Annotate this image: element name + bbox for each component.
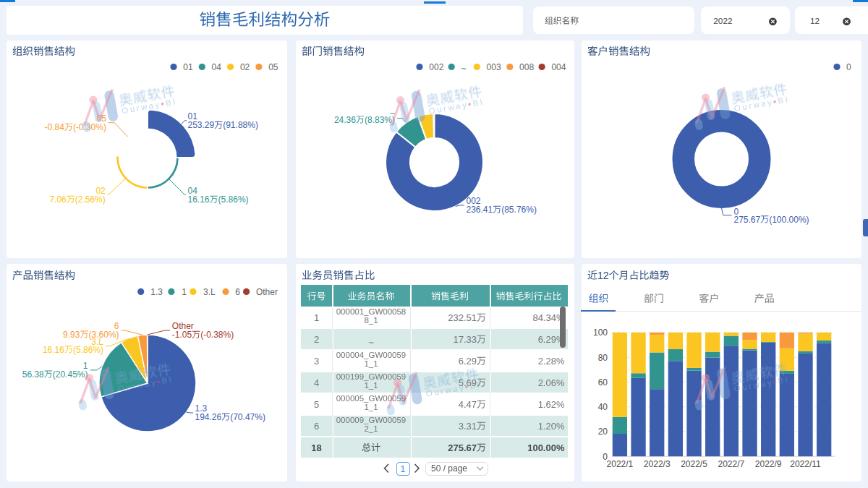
- svg-text:2_1: 2_1: [364, 424, 378, 433]
- svg-text:(70.47%): (70.47%): [230, 412, 265, 422]
- svg-text:6.29: 6.29: [459, 356, 477, 367]
- svg-text:2022/3: 2022/3: [644, 459, 671, 469]
- svg-text:8_1: 8_1: [364, 316, 378, 325]
- svg-text:16.16: 16.16: [188, 194, 210, 205]
- svg-text:40: 40: [598, 402, 608, 412]
- svg-text:05: 05: [268, 62, 278, 72]
- svg-text:1.3: 1.3: [150, 287, 163, 297]
- svg-text:004: 004: [551, 62, 566, 72]
- svg-text:2022: 2022: [713, 16, 732, 26]
- svg-text:6: 6: [314, 421, 319, 432]
- svg-text:17.33: 17.33: [453, 334, 477, 345]
- svg-text:(-0.38%): (-0.38%): [200, 330, 234, 340]
- svg-text:9.93: 9.93: [63, 330, 80, 340]
- svg-text:50 / page: 50 / page: [431, 463, 467, 474]
- svg-text:5.69: 5.69: [459, 377, 477, 388]
- svg-text:(91.88%): (91.88%): [223, 120, 258, 130]
- svg-text:7.06: 7.06: [49, 194, 67, 205]
- svg-text:2022/1: 2022/1: [607, 459, 634, 469]
- svg-text:000004_GW00059: 000004_GW00059: [336, 351, 407, 359]
- svg-text:2: 2: [314, 334, 319, 345]
- svg-text:6: 6: [235, 287, 240, 297]
- svg-text:100.00%: 100.00%: [527, 442, 565, 453]
- svg-text:008: 008: [519, 62, 534, 72]
- svg-text:Other: Other: [256, 287, 278, 297]
- svg-text:2.06%: 2.06%: [538, 377, 565, 388]
- svg-text:1: 1: [314, 312, 319, 323]
- svg-text:1_1: 1_1: [364, 403, 378, 411]
- svg-text:194.26: 194.26: [195, 412, 222, 422]
- svg-text:1: 1: [401, 464, 406, 474]
- svg-text:18: 18: [311, 442, 321, 453]
- svg-text:100: 100: [593, 328, 608, 338]
- svg-text:4: 4: [314, 377, 319, 388]
- svg-text:(20.45%): (20.45%): [53, 369, 88, 380]
- svg-text:002: 002: [429, 62, 443, 72]
- svg-text:12: 12: [597, 270, 609, 281]
- svg-text:BI: BI: [165, 97, 178, 108]
- svg-text:BI: BI: [472, 97, 485, 108]
- svg-text:1_1: 1_1: [364, 381, 378, 390]
- svg-text:5: 5: [314, 399, 319, 410]
- svg-text:~: ~: [368, 337, 374, 348]
- svg-text:000009_GW00059: 000009_GW00059: [336, 416, 407, 424]
- svg-text:2.28%: 2.28%: [538, 356, 565, 367]
- svg-text:12: 12: [810, 16, 820, 26]
- svg-text:(5.86%): (5.86%): [218, 194, 249, 205]
- svg-text:~: ~: [461, 64, 467, 74]
- svg-text:253.29: 253.29: [188, 120, 215, 130]
- svg-text:60: 60: [598, 377, 608, 388]
- svg-text:232.51: 232.51: [448, 312, 477, 323]
- svg-text:80: 80: [598, 353, 608, 363]
- svg-text:000001_GW00058: 000001_GW00058: [336, 307, 407, 316]
- svg-text:(85.76%): (85.76%): [501, 205, 537, 215]
- svg-text:3: 3: [314, 356, 319, 367]
- svg-text:1: 1: [182, 287, 187, 297]
- svg-text:-1.05: -1.05: [172, 330, 192, 340]
- svg-text:(5.86%): (5.86%): [73, 345, 103, 355]
- svg-text:236.41: 236.41: [467, 205, 493, 215]
- svg-text:4.47: 4.47: [459, 399, 477, 410]
- svg-text:3.31: 3.31: [459, 421, 477, 432]
- svg-text:BI: BI: [777, 95, 790, 106]
- svg-text:1_1: 1_1: [364, 359, 378, 368]
- svg-text:04: 04: [212, 62, 222, 72]
- svg-text:2022/5: 2022/5: [681, 459, 707, 469]
- svg-text:2022/11: 2022/11: [790, 459, 821, 469]
- svg-text:-0.84: -0.84: [45, 122, 65, 132]
- svg-text:275.67: 275.67: [734, 215, 761, 225]
- svg-text:000199_GW00059: 000199_GW00059: [336, 372, 407, 381]
- svg-text:3.L: 3.L: [203, 287, 216, 297]
- svg-text:1.62%: 1.62%: [538, 399, 565, 410]
- svg-text:1.20%: 1.20%: [538, 421, 565, 432]
- svg-text:2022/9: 2022/9: [755, 459, 782, 469]
- svg-text:003: 003: [487, 62, 501, 72]
- svg-text:(100.00%): (100.00%): [769, 215, 809, 225]
- svg-text:275.67: 275.67: [448, 442, 477, 453]
- svg-text:16.16: 16.16: [43, 345, 64, 355]
- svg-text:(2.56%): (2.56%): [75, 194, 106, 205]
- svg-text:56.38: 56.38: [22, 369, 44, 380]
- svg-text:01: 01: [183, 62, 193, 72]
- svg-text:24.36: 24.36: [334, 115, 356, 125]
- svg-text:02: 02: [240, 62, 250, 72]
- svg-text:(3.60%): (3.60%): [88, 330, 119, 340]
- svg-text:0: 0: [846, 62, 851, 72]
- svg-text:20: 20: [598, 427, 608, 437]
- svg-text:2022/7: 2022/7: [718, 459, 745, 469]
- svg-text:000005_GW00059: 000005_GW00059: [336, 394, 407, 403]
